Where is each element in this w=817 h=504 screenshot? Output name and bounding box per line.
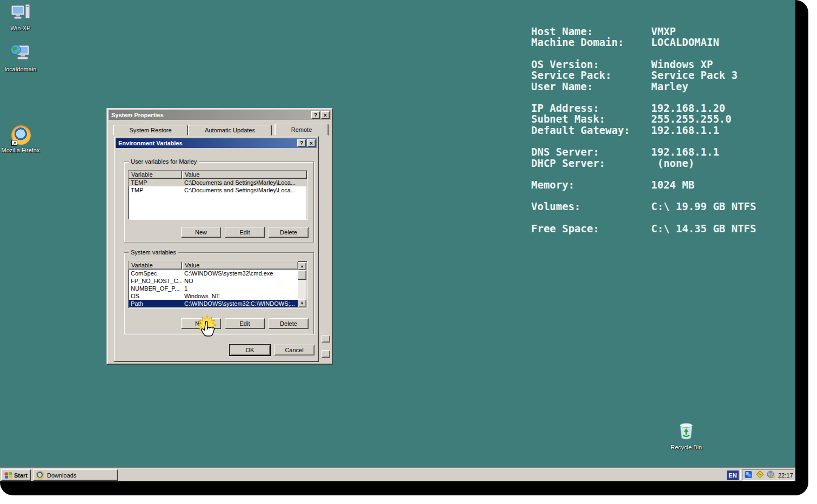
vm-screen: Win-XP localdomain ↗ Mozil xyxy=(0,0,808,495)
network-tray-icon[interactable] xyxy=(745,471,753,480)
user-variables-list[interactable]: Variable Value TEMP C:\Documents and Set… xyxy=(128,170,307,220)
help-icon: ? xyxy=(314,112,317,118)
window-title: System Properties xyxy=(111,112,164,118)
column-header-variable[interactable]: Variable xyxy=(129,261,182,270)
ok-button[interactable]: OK xyxy=(230,345,270,355)
help-button[interactable]: ? xyxy=(297,139,306,147)
desktop-icon-label: Mozilla Firefox xyxy=(0,147,41,153)
security-tray-icon[interactable] xyxy=(755,471,764,480)
bginfo-row: User Name:Marley xyxy=(531,81,756,92)
hidden-button-edge xyxy=(322,350,330,358)
bginfo-row: Subnet Mask:255.255.255.0 xyxy=(531,113,756,124)
desktop-icon-network-places[interactable]: localdomain xyxy=(0,43,41,72)
scroll-down-icon: ▼ xyxy=(300,301,304,305)
close-button[interactable]: × xyxy=(307,139,316,147)
computer-icon xyxy=(0,3,41,24)
taskbar: Start Downloads EN xyxy=(0,468,795,481)
bginfo-row: Volumes:C:\ 19.99 GB NTFS xyxy=(531,201,756,212)
user-variables-group: User variables for Marley Variable Value… xyxy=(124,162,314,243)
bginfo-row: Service Pack:Service Pack 3 xyxy=(531,70,756,80)
list-row-path[interactable]: Path C:\WINDOWS\system32;C:\WINDOWS;... xyxy=(129,300,298,307)
bginfo-row: DHCP Server: (none) xyxy=(531,158,756,169)
network-computer-icon xyxy=(0,43,41,65)
windows-logo-icon xyxy=(4,472,12,479)
list-row-number-of-p[interactable]: NUMBER_OF_P... 1 xyxy=(129,285,298,292)
list-row-tmp[interactable]: TMP C:\Documents and Settings\Marley\Loc… xyxy=(129,186,307,194)
hidden-button-edge xyxy=(322,335,330,342)
system-edit-button[interactable]: Edit xyxy=(225,318,265,329)
desktop-icon-firefox[interactable]: ↗ Mozilla Firefox xyxy=(0,125,41,153)
help-icon: ? xyxy=(300,140,303,146)
tab-automatic-updates[interactable]: Automatic Updates xyxy=(188,125,272,136)
desktop: Win-XP localdomain ↗ Mozil xyxy=(0,0,795,468)
group-title: System variables xyxy=(129,249,178,256)
desktop-icon-recycle-bin[interactable]: Recycle Bin xyxy=(666,419,707,451)
tab-remote[interactable]: Remote xyxy=(274,124,329,136)
system-tray: 22:17 xyxy=(742,469,794,481)
tray-separator xyxy=(740,470,741,480)
list-row-fp-no-host[interactable]: FP_NO_HOST_C... NO xyxy=(129,277,298,285)
list-row-temp[interactable]: TEMP C:\Documents and Settings\Marley\Lo… xyxy=(129,179,307,186)
scroll-down-button[interactable]: ▼ xyxy=(298,299,306,307)
user-edit-button[interactable]: Edit xyxy=(225,227,265,238)
desktop-icon-my-computer[interactable]: Win-XP xyxy=(0,3,41,31)
list-row-comspec[interactable]: ComSpec C:\WINDOWS\system32\cmd.exe xyxy=(129,270,298,277)
group-title: User variables for Marley xyxy=(129,158,199,165)
system-delete-button[interactable]: Delete xyxy=(269,318,309,329)
desktop-icon-label: localdomain xyxy=(0,66,41,72)
system-variables-list[interactable]: Variable Value ComSpec C:\WINDOWS\system… xyxy=(128,261,307,308)
desktop-icon-label: Win-XP xyxy=(0,25,41,31)
scroll-thumb[interactable] xyxy=(298,270,306,280)
recycle-bin-icon xyxy=(666,419,707,443)
firefox-icon: ↗ xyxy=(10,125,31,146)
bginfo-row: Machine Domain:LOCALDOMAIN xyxy=(531,37,756,48)
tab-system-restore[interactable]: System Restore xyxy=(113,125,188,136)
language-indicator[interactable]: EN xyxy=(727,471,739,480)
desktop-icon-label: Recycle Bin xyxy=(666,444,707,451)
bginfo-row: Free Space:C:\ 14.35 GB NTFS xyxy=(531,223,756,234)
close-icon: × xyxy=(310,140,313,146)
scroll-up-icon: ▲ xyxy=(300,264,304,268)
clock[interactable]: 22:17 xyxy=(778,472,793,479)
close-icon: × xyxy=(324,112,327,118)
start-button[interactable]: Start xyxy=(1,469,31,481)
shortcut-arrow-icon: ↗ xyxy=(11,140,17,146)
mouse-cursor-click xyxy=(193,314,220,346)
column-header-variable[interactable]: Variable xyxy=(129,171,182,179)
bginfo-row: DNS Server:192.168.1.1 xyxy=(531,146,756,157)
help-button[interactable]: ? xyxy=(311,111,320,119)
system-properties-titlebar[interactable]: System Properties ? × xyxy=(109,110,331,120)
vertical-scrollbar[interactable]: ▲ ▼ xyxy=(298,262,306,307)
bginfo-row: IP Address:192.168.1.20 xyxy=(531,103,756,113)
bginfo-panel: Host Name:VMXP Machine Domain:LOCALDOMAI… xyxy=(531,26,756,234)
list-row-os[interactable]: OS Windows_NT xyxy=(129,292,298,300)
user-delete-button[interactable]: Delete xyxy=(269,227,309,238)
vmware-tools-tray-icon[interactable] xyxy=(767,471,775,480)
task-button-downloads[interactable]: Downloads xyxy=(33,469,118,481)
dialog-title: Environment Variables xyxy=(118,140,183,146)
cancel-button[interactable]: Cancel xyxy=(274,345,314,355)
bginfo-row: Memory:1024 MB xyxy=(531,179,756,190)
column-header-value[interactable]: Value xyxy=(182,171,307,179)
bginfo-row: OS Version:Windows XP xyxy=(531,59,756,70)
column-header-value[interactable]: Value xyxy=(182,261,298,270)
bginfo-row: Default Gateway:192.168.1.1 xyxy=(531,125,756,136)
firefox-icon xyxy=(36,471,44,480)
close-button[interactable]: × xyxy=(321,111,330,119)
user-new-button[interactable]: New xyxy=(181,227,221,238)
scroll-up-button[interactable]: ▲ xyxy=(298,262,306,270)
bginfo-row: Host Name:VMXP xyxy=(531,26,756,37)
environment-variables-titlebar[interactable]: Environment Variables ? × xyxy=(116,138,317,148)
